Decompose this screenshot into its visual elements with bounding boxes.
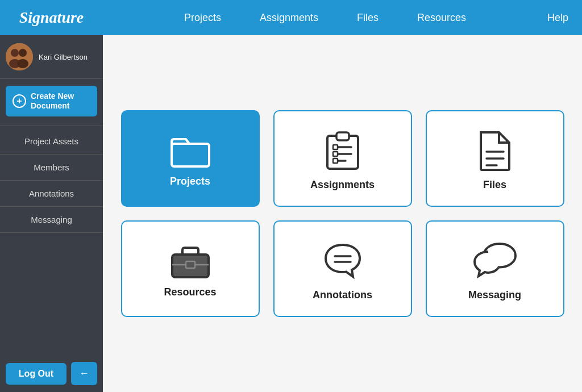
svg-rect-12 [333,152,338,156]
svg-rect-19 [186,261,195,268]
svg-point-4 [17,59,28,68]
card-assignments[interactable]: Assignments [273,110,412,207]
logo: Signature [19,9,84,27]
card-projects[interactable]: Projects [121,110,260,207]
logo-area: Signature [0,9,103,27]
card-files[interactable]: Files [426,110,564,207]
card-annotations-label: Annotations [313,289,372,301]
card-messaging[interactable]: Messaging [426,220,564,317]
card-messaging-label: Messaging [468,289,521,301]
card-files-label: Files [483,179,506,191]
speech-bubbles-icon [472,240,518,281]
user-area: Kari Gilbertson [0,35,103,79]
create-new-label: Create New Document [31,91,90,111]
logout-button[interactable]: Log Out [6,363,66,385]
sidebar-bottom: Log Out ← [0,355,103,392]
create-new-button[interactable]: + Create New Document [6,86,97,116]
briefcase-icon [170,243,211,278]
grid: Projects Assignments [121,110,564,317]
svg-rect-11 [333,145,338,149]
sidebar-item-annotations[interactable]: Annotations [0,181,103,207]
svg-point-1 [11,49,19,57]
sidebar: Kari Gilbertson + Create New Document Pr… [0,35,103,392]
card-projects-label: Projects [170,176,210,187]
card-assignments-label: Assignments [310,179,375,191]
sidebar-item-project-assets[interactable]: Project Assets [0,128,103,155]
card-resources[interactable]: Resources [121,220,260,317]
clipboard-icon [325,130,360,171]
main-area: Kari Gilbertson + Create New Document Pr… [0,35,582,392]
avatar [6,43,33,70]
nav-help[interactable]: Help [547,12,568,24]
back-button[interactable]: ← [71,362,97,385]
file-icon [479,130,512,171]
sidebar-item-messaging[interactable]: Messaging [0,207,103,233]
nav-projects[interactable]: Projects [182,7,223,28]
avatar-image [6,43,33,70]
svg-rect-7 [336,132,349,140]
nav-assignments[interactable]: Assignments [257,7,321,28]
content: Projects Assignments [103,35,582,392]
card-resources-label: Resources [164,286,216,298]
svg-rect-5 [172,144,209,166]
card-annotations[interactable]: Annotations [273,220,412,317]
svg-rect-13 [333,159,338,163]
speech-lines-icon [322,240,363,281]
folder-icon [170,134,211,168]
sidebar-item-members[interactable]: Members [0,155,103,181]
nav-files[interactable]: Files [355,7,381,28]
nav-resources[interactable]: Resources [415,7,468,28]
svg-point-3 [19,49,27,57]
sidebar-divider [0,126,103,126]
plus-icon: + [13,94,26,108]
username: Kari Gilbertson [39,53,88,61]
top-nav: Signature Projects Assignments Files Res… [0,0,582,35]
nav-links: Projects Assignments Files Resources [103,7,547,28]
